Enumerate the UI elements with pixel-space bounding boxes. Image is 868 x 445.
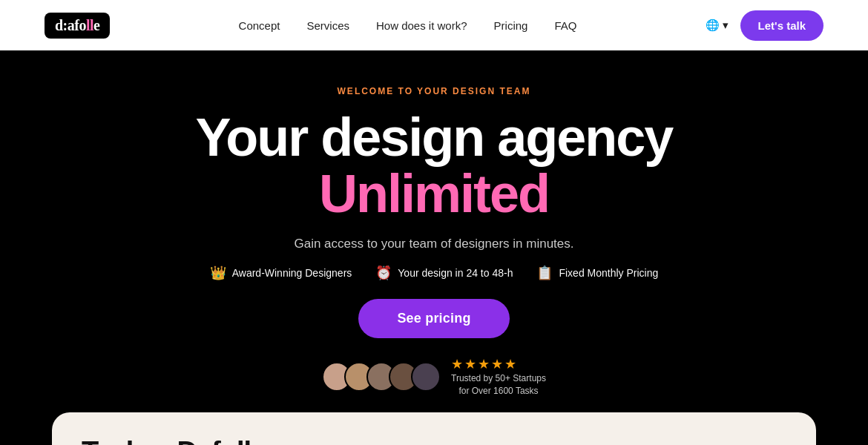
welcome-tag: WELCOME TO YOUR DESIGN TEAM — [338, 86, 531, 96]
feature-award: 👑 Award-Winning Designers — [210, 265, 352, 281]
hero-title-line2: Unlimited — [319, 166, 549, 222]
star-rating: ★★★★★ — [451, 356, 518, 372]
hero-subtitle: Gain access to your team of designers in… — [294, 237, 573, 251]
nav-services[interactable]: Services — [306, 19, 349, 32]
globe-icon: 🌐 — [706, 19, 720, 32]
award-icon: 👑 — [210, 265, 226, 281]
feature-time: ⏰ Your design in 24 to 48-h — [375, 265, 513, 281]
nav-faq[interactable]: FAQ — [554, 19, 576, 32]
hero-section: WELCOME TO YOUR DESIGN TEAM Your design … — [0, 50, 868, 412]
nav-pricing[interactable]: Pricing — [494, 19, 528, 32]
logo[interactable]: d:afolle — [45, 13, 110, 39]
feature-award-label: Award-Winning Designers — [232, 267, 352, 279]
hero-features: 👑 Award-Winning Designers ⏰ Your design … — [210, 265, 659, 281]
avatar-5 — [411, 362, 441, 392]
chevron-down-icon: ▾ — [723, 19, 729, 32]
feature-pricing-label: Fixed Monthly Pricing — [559, 267, 658, 279]
social-proof: ★★★★★ Trusted by 50+ Startups for Over 1… — [322, 356, 546, 398]
clipboard-icon: 📋 — [536, 265, 553, 281]
bottom-section: Tesla x Dafolle — [52, 412, 816, 445]
feature-time-label: Your design in 24 to 48-h — [398, 267, 513, 279]
feature-pricing: 📋 Fixed Monthly Pricing — [536, 265, 658, 281]
clock-icon: ⏰ — [375, 265, 392, 281]
hero-title-line1: Your design agency — [196, 110, 673, 166]
logo-text: d:afolle — [45, 13, 110, 39]
proof-text: ★★★★★ Trusted by 50+ Startups for Over 1… — [451, 356, 546, 398]
nav-how[interactable]: How does it work? — [376, 19, 467, 32]
navbar: d:afolle Concept Services How does it wo… — [0, 0, 868, 50]
language-selector[interactable]: 🌐 ▾ — [706, 19, 729, 32]
nav-links: Concept Services How does it work? Prici… — [239, 19, 577, 32]
lets-talk-button[interactable]: Let's talk — [740, 10, 823, 41]
nav-right: 🌐 ▾ Let's talk — [706, 10, 823, 41]
avatar-group — [322, 362, 441, 392]
proof-label: Trusted by 50+ Startups for Over 1600 Ta… — [451, 372, 546, 398]
nav-concept[interactable]: Concept — [239, 19, 280, 32]
bottom-title: Tesla x Dafolle — [82, 436, 786, 445]
see-pricing-button[interactable]: See pricing — [358, 299, 509, 338]
